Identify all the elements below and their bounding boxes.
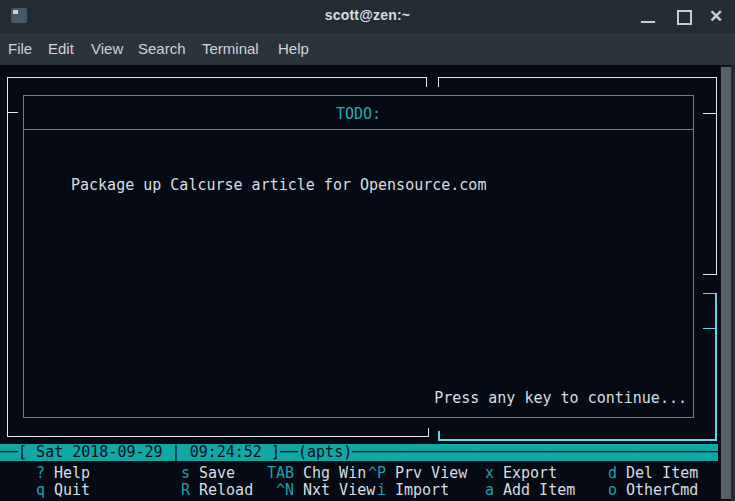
- todo-popup-title: TODO:: [24, 105, 693, 123]
- keybinding-row-1: ? Help s Save TAB Chg Win ^P Prv View x …: [0, 465, 720, 481]
- label-help: Help: [54, 465, 90, 481]
- keybinding-row-2: q Quit R Reload ^N Nxt View i Import a A…: [0, 482, 720, 498]
- todo-panel-scroll-tick: [703, 328, 715, 329]
- label-nxt-view: Nxt View: [303, 482, 375, 498]
- appointments-panel-scroll-tick: [7, 112, 18, 113]
- terminal-scrollbar[interactable]: [720, 65, 735, 501]
- todo-panel-border-right: [715, 293, 717, 441]
- appointments-panel-border-bottom: [7, 436, 429, 437]
- key-othercmd: o: [608, 482, 617, 498]
- menu-terminal[interactable]: Terminal: [202, 40, 259, 57]
- key-add-item: a: [485, 482, 494, 498]
- scrollbar-thumb[interactable]: [721, 67, 731, 499]
- label-del-item: Del Item: [626, 465, 698, 481]
- menu-file[interactable]: File: [8, 40, 32, 57]
- calendar-panel-border-corner: [438, 77, 439, 87]
- label-add-item: Add Item: [503, 482, 575, 498]
- press-any-key-prompt: Press any key to continue...: [434, 389, 687, 407]
- label-chg-win: Chg Win: [303, 465, 366, 481]
- minimize-button[interactable]: [633, 0, 663, 33]
- menubar: File Edit View Search Terminal Help: [0, 33, 735, 65]
- appointments-panel-border-top: [7, 77, 427, 78]
- maximize-button[interactable]: [669, 0, 699, 33]
- calendar-panel-border-right: [716, 77, 717, 275]
- todo-item: Package up Calcurse article for Opensour…: [71, 176, 486, 194]
- key-export: x: [485, 465, 494, 481]
- scrollbar-edge: [731, 65, 735, 501]
- calendar-panel-border-top: [438, 77, 717, 78]
- menu-edit[interactable]: Edit: [48, 40, 74, 57]
- key-nxt-view: ^N: [276, 482, 294, 498]
- key-prv-view: ^P: [368, 465, 386, 481]
- menu-help[interactable]: Help: [278, 40, 309, 57]
- appointments-panel-border-corner-bottom: [428, 428, 429, 437]
- label-import: Import: [395, 482, 449, 498]
- calendar-panel-border-bottom-corner: [703, 274, 717, 275]
- todo-panel-border-bottom-corner: [438, 431, 440, 441]
- calendar-panel-scroll-tick: [703, 113, 716, 114]
- key-help: ?: [36, 465, 45, 481]
- label-othercmd: OtherCmd: [626, 482, 698, 498]
- notification-bar-text: ──[ Sat 2018-09-29 | 09:24:52 ]──(apts)─…: [0, 444, 718, 461]
- close-button[interactable]: ✕: [701, 0, 731, 33]
- todo-popup: TODO: Package up Calcurse article for Op…: [23, 95, 694, 418]
- appointments-panel-border-left: [7, 77, 8, 437]
- label-save: Save: [199, 465, 235, 481]
- key-del-item: d: [608, 465, 617, 481]
- menu-search[interactable]: Search: [138, 40, 186, 57]
- label-reload: Reload: [199, 482, 253, 498]
- minimize-icon: [641, 21, 655, 23]
- menu-view[interactable]: View: [91, 40, 123, 57]
- key-import: i: [377, 482, 386, 498]
- label-quit: Quit: [54, 482, 90, 498]
- terminal-window: scott@zen:~ ✕ File Edit View Search Term…: [0, 0, 735, 501]
- todo-popup-header: TODO:: [24, 96, 693, 130]
- appointments-panel-border-corner: [426, 77, 427, 87]
- key-chg-win: TAB: [267, 465, 294, 481]
- window-title: scott@zen:~: [0, 7, 735, 23]
- titlebar[interactable]: scott@zen:~ ✕: [0, 0, 735, 33]
- key-quit: q: [36, 482, 45, 498]
- key-save: s: [181, 465, 190, 481]
- notification-bar: ──[ Sat 2018-09-29 | 09:24:52 ]──(apts)─…: [0, 444, 718, 461]
- label-export: Export: [503, 465, 557, 481]
- todo-panel-border-bottom: [438, 439, 717, 441]
- label-prv-view: Prv View: [395, 465, 467, 481]
- maximize-icon: [677, 10, 692, 25]
- key-reload: R: [181, 482, 190, 498]
- terminal-content[interactable]: TODO: Package up Calcurse article for Op…: [0, 65, 735, 501]
